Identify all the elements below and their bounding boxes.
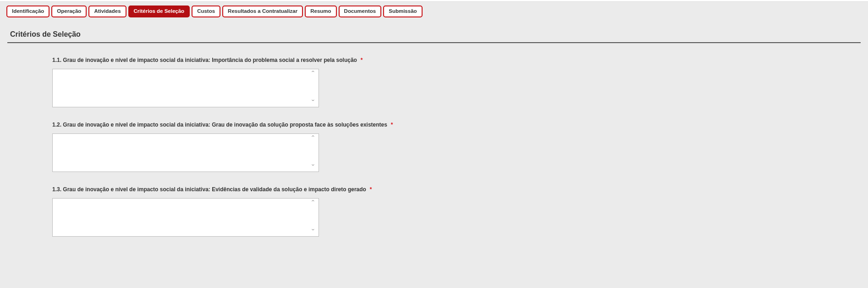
tab-atividades[interactable]: Atividades [88, 6, 126, 17]
field-label-3: 1.3. Grau de inovação e nível de impacto… [52, 186, 465, 193]
tab-resumo[interactable]: Resumo [305, 6, 336, 17]
form-area: 1.1. Grau de inovação e nível de impacto… [0, 43, 868, 265]
textarea-wrap-2: ˆ ˇ [52, 133, 319, 173]
field-input-1[interactable] [52, 69, 319, 107]
required-mark-3: * [369, 186, 372, 193]
page-title: Critérios de Seleção [0, 20, 868, 42]
tab-documentos[interactable]: Documentos [339, 6, 382, 17]
tab-submissao[interactable]: Submissão [383, 6, 422, 17]
tabs-row: Identificação Operação Atividades Critér… [0, 2, 868, 20]
tab-operacao[interactable]: Operação [51, 6, 87, 17]
required-mark-2: * [390, 122, 393, 128]
textarea-wrap-3: ˆ ˇ [52, 198, 319, 238]
field-label-1: 1.1. Grau de inovação e nível de impacto… [52, 57, 465, 63]
field-input-3[interactable] [52, 198, 319, 237]
tab-custos[interactable]: Custos [192, 6, 220, 17]
field-label-1-text: 1.1. Grau de inovação e nível de impacto… [52, 57, 357, 63]
tab-criterios-de-selecao[interactable]: Critérios de Seleção [128, 6, 190, 17]
field-label-2: 1.2. Grau de inovação e nível de impacto… [52, 122, 465, 128]
field-block-2: 1.2. Grau de inovação e nível de impacto… [52, 122, 465, 173]
tab-identificacao[interactable]: Identificação [6, 6, 49, 17]
field-label-2-text: 1.2. Grau de inovação e nível de impacto… [52, 122, 387, 128]
field-label-3-text: 1.3. Grau de inovação e nível de impacto… [52, 186, 366, 193]
tab-resultados-a-contratualizar[interactable]: Resultados a Contratualizar [222, 6, 303, 17]
required-mark-1: * [360, 57, 363, 63]
field-block-1: 1.1. Grau de inovação e nível de impacto… [52, 57, 465, 109]
textarea-wrap-1: ˆ ˇ [52, 69, 319, 109]
field-block-3: 1.3. Grau de inovação e nível de impacto… [52, 186, 465, 238]
field-input-2[interactable] [52, 133, 319, 172]
